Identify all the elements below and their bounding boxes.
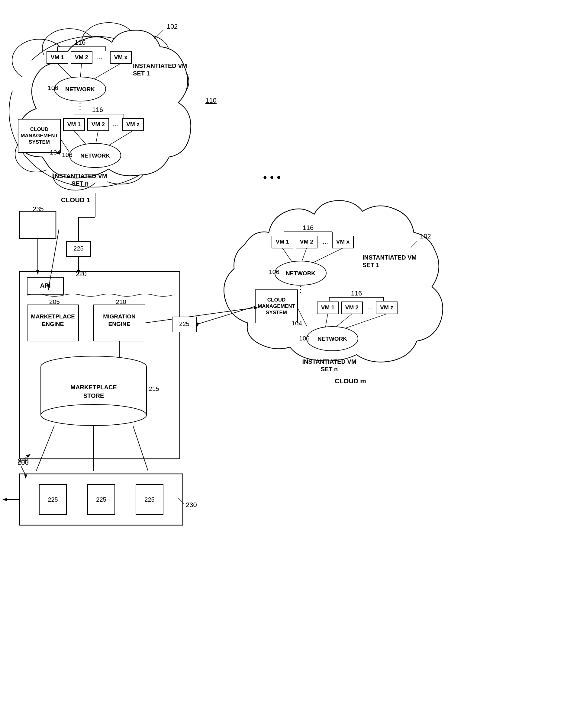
network-b2-label: NETWORK [318, 336, 347, 342]
marketplace-store-label2: STORE [83, 392, 104, 399]
migration-engine-label1: MIGRATION [103, 313, 135, 320]
ref-104b: 104 [292, 320, 302, 327]
inst-vm-set1-a-label2: SET 1 [133, 70, 150, 77]
vm1a-label: VM 1 [51, 54, 64, 60]
vmzd-label: VM z [380, 304, 393, 311]
network-a1-label: NETWORK [65, 86, 95, 92]
vm2b-label: VM 2 [91, 121, 105, 127]
ref-102b: 102 [420, 232, 431, 240]
inst-vm-setn-b-label2: SET n [321, 366, 338, 372]
vm1b-label: VM 1 [67, 121, 81, 127]
network-b1-label: NETWORK [286, 270, 316, 276]
vmxc-label: VM x [336, 238, 350, 245]
svg-point-70 [41, 404, 146, 426]
inst-vm-setn-a-label2: SET n [72, 180, 89, 187]
ref-106b2: 106 [299, 335, 310, 342]
ref-116b1: 116 [303, 224, 314, 231]
ref-106b1: 106 [269, 268, 279, 275]
svg-rect-85 [20, 211, 56, 238]
ref-215: 215 [149, 385, 159, 392]
dots-c: ... [323, 238, 328, 245]
box225a-label: 225 [73, 245, 83, 252]
inst-vm-set1-b-label: INSTANTIATED VM [363, 254, 417, 261]
vertical-dots-a: ⋮ [76, 101, 84, 110]
marketplace-engine-label2: ENGINE [42, 321, 64, 327]
ref-230: 230 [186, 501, 197, 509]
ref-106a2: 106 [62, 151, 72, 158]
cloud1-label: CLOUD 1 [61, 196, 90, 204]
migration-engine-label2: ENGINE [108, 321, 130, 327]
box225e-label: 225 [144, 496, 154, 503]
box225d-label: 225 [96, 496, 106, 503]
ref-205: 205 [49, 298, 60, 305]
vm1c-label: VM 1 [276, 238, 290, 245]
middle-dots: • • • [263, 171, 280, 184]
ref-220: 220 [75, 270, 87, 278]
ref-102a: 102 [167, 23, 178, 30]
dots-b: ... [113, 120, 118, 128]
cms-a-line2: MANAGEMENT [21, 133, 58, 139]
cms-b-line2: MANAGEMENT [258, 303, 295, 309]
cms-b-line1: CLOUD [267, 297, 286, 303]
vm2d-label: VM 2 [345, 304, 359, 311]
cms-a-line3: SYSTEM [29, 139, 50, 145]
inst-vm-set1-a-label: INSTANTIATED VM [133, 62, 187, 69]
box225b-label: 225 [179, 321, 189, 327]
ref-210: 210 [116, 298, 126, 305]
ref-200-label: 200 [18, 459, 29, 466]
inst-vm-setn-a-label: INSTANTIATED VM [53, 173, 107, 179]
inst-vm-setn-b-label: INSTANTIATED VM [302, 358, 356, 365]
ref-116a2: 116 [92, 106, 103, 113]
svg-marker-96 [2, 498, 7, 501]
cms-a-line1: CLOUD [30, 126, 48, 132]
ref-116a1: 116 [75, 39, 86, 46]
vm2c-label: VM 2 [300, 238, 313, 245]
svg-marker-83 [196, 322, 199, 327]
network-a2-label: NETWORK [80, 152, 110, 159]
marketplace-store-label1: MARKETPLACE [70, 384, 117, 391]
diagram: 102 110 116 VM 1 VM 2 ... VM x NETWORK 1… [0, 0, 567, 728]
ref-235: 235 [33, 205, 44, 213]
box225c-label: 225 [48, 496, 58, 503]
main-svg: 102 110 116 VM 1 VM 2 ... VM x NETWORK 1… [0, 0, 567, 728]
vmzb-label: VM z [126, 121, 139, 127]
vm2a-label: VM 2 [75, 54, 88, 60]
cloudm-label: CLOUD m [335, 377, 366, 385]
marketplace-engine-label1: MARKETPLACE [31, 313, 75, 320]
inst-vm-set1-b-label2: SET 1 [363, 262, 380, 268]
ref-116b2: 116 [351, 289, 362, 297]
ref-106a1: 106 [48, 84, 58, 91]
ref-110: 110 [205, 97, 216, 104]
ref-104a: 104 [50, 149, 60, 156]
dots-d: ... [367, 303, 373, 311]
vm1d-label: VM 1 [321, 304, 335, 311]
vmxa-label: VM x [114, 54, 128, 60]
dots-a: ... [97, 53, 102, 61]
cms-b-line3: SYSTEM [266, 310, 287, 315]
